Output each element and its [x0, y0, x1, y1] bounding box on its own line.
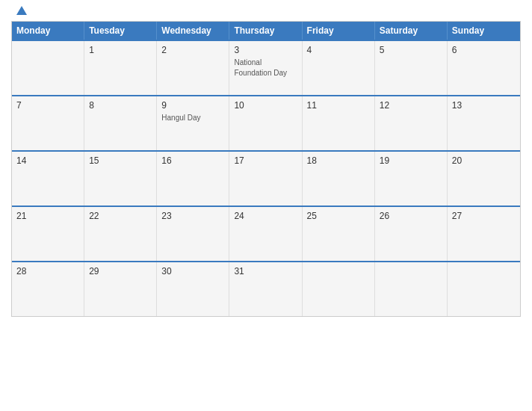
day-number: 2: [161, 45, 224, 55]
weekday-header: Saturday: [375, 22, 448, 40]
calendar-cell: 12: [375, 96, 448, 150]
calendar-cell: 24: [229, 207, 302, 261]
weekday-header: Sunday: [448, 22, 520, 40]
day-number: 27: [452, 211, 516, 221]
calendar-cell: 28: [12, 262, 84, 316]
day-number: 1: [89, 45, 152, 55]
calendar-cell: 18: [303, 152, 375, 206]
calendar-cell: 1: [84, 41, 157, 95]
day-number: 20: [452, 155, 516, 166]
day-number: 11: [307, 100, 370, 111]
calendar-cell: 30: [157, 262, 229, 316]
day-number: 21: [16, 211, 79, 221]
day-number: 30: [161, 266, 224, 276]
logo-triangle-icon: [16, 6, 27, 15]
calendar: MondayTuesdayWednesdayThursdayFridaySatu…: [11, 21, 521, 317]
day-number: 4: [307, 45, 370, 55]
day-number: 12: [380, 100, 442, 111]
calendar-cell: 25: [303, 207, 375, 261]
calendar-cell: 8: [84, 96, 157, 150]
weekday-header: Thursday: [229, 22, 302, 40]
calendar-week: 21222324252627: [12, 206, 520, 261]
logo: [15, 7, 27, 15]
weekday-header: Friday: [303, 22, 375, 40]
calendar-cell: [375, 262, 448, 316]
calendar-cell: [12, 41, 84, 95]
calendar-cell: 6: [448, 41, 520, 95]
calendar-cell: [303, 262, 375, 316]
calendar-cell: 4: [303, 41, 375, 95]
calendar-cell: 13: [448, 96, 520, 150]
calendar-cell: 31: [229, 262, 302, 316]
day-number: 16: [161, 155, 224, 166]
calendar-cell: 26: [375, 207, 448, 261]
day-number: 19: [380, 155, 442, 166]
holiday-label: Hangul Day: [161, 114, 200, 122]
calendar-cell: 22: [84, 207, 157, 261]
day-number: 10: [234, 100, 297, 111]
weekday-header: Tuesday: [84, 22, 157, 40]
calendar-cell: 9Hangul Day: [157, 96, 229, 150]
day-number: 7: [16, 100, 79, 111]
calendar-cell: [448, 262, 520, 316]
day-number: 26: [380, 211, 442, 221]
weekday-header: Wednesday: [157, 22, 229, 40]
header: [11, 7, 521, 15]
day-number: 29: [89, 266, 152, 276]
day-number: 15: [89, 155, 152, 166]
day-number: 28: [16, 266, 79, 276]
calendar-cell: 14: [12, 152, 84, 206]
calendar-cell: 17: [229, 152, 302, 206]
day-number: 22: [89, 211, 152, 221]
day-number: 8: [89, 100, 152, 111]
day-number: 18: [307, 155, 370, 166]
calendar-cell: 29: [84, 262, 157, 316]
calendar-cell: 3National Foundation Day: [229, 41, 302, 95]
day-number: 9: [161, 100, 224, 111]
page: MondayTuesdayWednesdayThursdayFridaySatu…: [0, 0, 532, 411]
calendar-cell: 19: [375, 152, 448, 206]
day-number: 25: [307, 211, 370, 221]
calendar-cell: 15: [84, 152, 157, 206]
calendar-cell: 23: [157, 207, 229, 261]
calendar-cell: 5: [375, 41, 448, 95]
day-number: 31: [234, 266, 297, 276]
day-number: 24: [234, 211, 297, 221]
day-number: 3: [234, 45, 297, 55]
weekday-header: Monday: [12, 22, 84, 40]
day-number: 13: [452, 100, 516, 111]
calendar-cell: 10: [229, 96, 302, 150]
calendar-week: 14151617181920: [12, 150, 520, 206]
calendar-week: 789Hangul Day10111213: [12, 95, 520, 150]
calendar-cell: 2: [157, 41, 229, 95]
day-number: 14: [16, 155, 79, 166]
day-number: 5: [380, 45, 442, 55]
calendar-cell: 20: [448, 152, 520, 206]
calendar-week: 28293031: [12, 261, 520, 316]
holiday-label: National Foundation Day: [234, 58, 287, 77]
calendar-week: 123National Foundation Day456: [12, 40, 520, 95]
day-number: 6: [452, 45, 516, 55]
day-number: 23: [161, 211, 224, 221]
calendar-cell: 11: [303, 96, 375, 150]
calendar-header: MondayTuesdayWednesdayThursdayFridaySatu…: [12, 22, 520, 40]
day-number: 17: [234, 155, 297, 166]
calendar-cell: 16: [157, 152, 229, 206]
calendar-cell: 21: [12, 207, 84, 261]
calendar-cell: 7: [12, 96, 84, 150]
calendar-cell: 27: [448, 207, 520, 261]
